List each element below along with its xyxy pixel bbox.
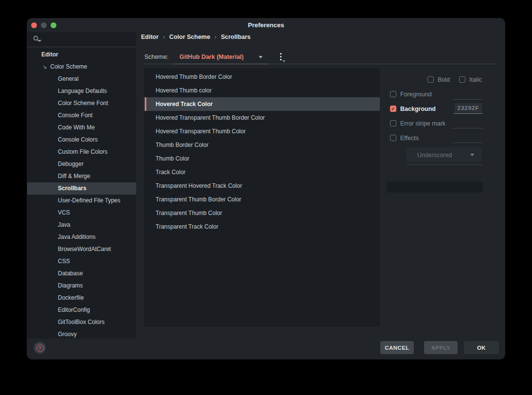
effect-select-underline bbox=[406, 164, 482, 165]
foreground-checkbox[interactable]: ✓ bbox=[390, 91, 396, 97]
apply-button[interactable]: APPLY bbox=[424, 341, 458, 354]
scheme-select[interactable]: GitHub Dark (Material) bbox=[174, 51, 268, 63]
sidebar-item-vcs[interactable]: VCS bbox=[27, 207, 136, 219]
breadcrumb: Editor › Color Scheme › Scrollbars bbox=[141, 33, 250, 41]
option-row-hovered-transparent-thumb-border-color[interactable]: Hovered Transparent Thumb Border Color bbox=[144, 111, 380, 125]
sidebar-item-diagrams[interactable]: Diagrams bbox=[27, 280, 136, 292]
sidebar-tree-children: GeneralLanguage DefaultsColor Scheme Fon… bbox=[27, 73, 136, 339]
sidebar-item-java[interactable]: Java bbox=[27, 219, 136, 231]
background-option: ✓ Background bbox=[390, 105, 436, 112]
sidebar-item-java-additions[interactable]: Java Additions bbox=[27, 231, 136, 243]
help-icon: ? bbox=[36, 344, 44, 352]
option-row-transparent-thumb-border-color[interactable]: Transparent Thumb Border Color bbox=[144, 193, 380, 206]
sidebar-item-color-scheme[interactable]: ↘Color Scheme bbox=[27, 61, 136, 73]
scheme-label: Scheme: bbox=[144, 51, 168, 63]
option-row-hovered-thumb-border-color[interactable]: Hovered Thumb Border Color bbox=[144, 70, 380, 84]
option-row-track-color[interactable]: Track Color bbox=[144, 165, 380, 179]
kebab-icon bbox=[280, 53, 282, 54]
option-row-thumb-color[interactable]: Thumb Color bbox=[144, 152, 380, 165]
sidebar-item-user-defined-file-types[interactable]: User-Defined File Types bbox=[27, 195, 136, 207]
bold-label: Bold bbox=[438, 76, 450, 83]
titlebar: Preferences bbox=[27, 18, 505, 32]
breadcrumb-separator-icon: › bbox=[163, 33, 165, 41]
sidebar-item-editor[interactable]: Editor bbox=[27, 49, 136, 61]
checkmark-icon: ✓ bbox=[391, 107, 395, 111]
sidebar-item-diff-merge[interactable]: Diff & Merge bbox=[27, 170, 136, 182]
sidebar-item-gittoolbox-colors[interactable]: GitToolBox Colors bbox=[27, 316, 136, 328]
error-stripe-option: ✓ Error stripe mark bbox=[390, 120, 445, 127]
foreground-label: Foreground bbox=[400, 91, 432, 98]
search-history-arrow-icon bbox=[38, 40, 41, 42]
scheme-select-underline bbox=[174, 64, 268, 64]
sidebar-item-custom-file-colors[interactable]: Custom File Colors bbox=[27, 146, 136, 158]
option-row-hovered-track-color[interactable]: Hovered Track Color bbox=[144, 97, 380, 111]
option-row-hovered-transparent-thumb-color[interactable]: Hovered Transparent Thumb Color bbox=[144, 125, 380, 138]
bold-checkbox[interactable]: ✓ bbox=[427, 76, 434, 83]
cancel-button[interactable]: CANCEL bbox=[380, 341, 414, 354]
sidebar-item-code-with-me[interactable]: Code With Me bbox=[27, 122, 136, 134]
help-button[interactable]: ? bbox=[34, 342, 46, 354]
settings-tree: Editor ↘Color Scheme GeneralLanguage Def… bbox=[27, 47, 136, 339]
breadcrumb-color-scheme[interactable]: Color Scheme bbox=[169, 33, 210, 41]
foreground-option: ✓ Foreground bbox=[390, 90, 432, 98]
sidebar-group-label: Color Scheme bbox=[50, 63, 87, 70]
settings-sidebar: Editor ↘Color Scheme GeneralLanguage Def… bbox=[27, 32, 136, 339]
option-row-transparent-hovered-track-color[interactable]: Transparent Hovered Track Color bbox=[144, 179, 380, 193]
settings-search[interactable] bbox=[27, 32, 136, 47]
effect-style-select[interactable]: Underscored bbox=[407, 147, 482, 162]
ok-button[interactable]: OK bbox=[464, 341, 499, 354]
effects-checkbox[interactable]: ✓ bbox=[390, 135, 396, 141]
sidebar-item-browsewordatcaret[interactable]: BrowseWordAtCaret bbox=[27, 243, 136, 255]
sidebar-item-general[interactable]: General bbox=[27, 73, 136, 85]
effects-label: Effects bbox=[400, 135, 419, 142]
background-color-input[interactable]: 23292F bbox=[455, 103, 482, 113]
sidebar-item-console-font[interactable]: Console Font bbox=[27, 109, 136, 122]
sidebar-item-console-colors[interactable]: Console Colors bbox=[27, 134, 136, 146]
italic-option: ✓ Italic bbox=[459, 76, 482, 83]
sidebar-item-language-defaults[interactable]: Language Defaults bbox=[27, 85, 136, 97]
foreground-color-field[interactable] bbox=[453, 99, 482, 100]
sidebar-item-database[interactable]: Database bbox=[27, 268, 136, 280]
color-preview-swatch bbox=[387, 181, 483, 193]
background-checkbox[interactable]: ✓ bbox=[390, 106, 396, 112]
sidebar-item-groovy[interactable]: Groovy bbox=[27, 328, 136, 339]
sidebar-item-debugger[interactable]: Debugger bbox=[27, 158, 136, 170]
effect-style-value: Underscored bbox=[417, 152, 452, 159]
sidebar-item-dockerfile[interactable]: Dockerfile bbox=[27, 292, 136, 304]
chevron-down-icon bbox=[259, 56, 263, 58]
preferences-window: Preferences Editor ↘Color Scheme General… bbox=[27, 18, 505, 359]
scheme-actions-button[interactable] bbox=[277, 52, 287, 63]
option-row-thumb-border-color[interactable]: Thumb Border Color bbox=[144, 138, 380, 152]
sidebar-item-color-scheme-font[interactable]: Color Scheme Font bbox=[27, 97, 136, 109]
italic-label: Italic bbox=[469, 76, 482, 83]
sidebar-item-editorconfig[interactable]: EditorConfig bbox=[27, 304, 136, 316]
effects-option: ✓ Effects bbox=[390, 134, 419, 142]
bold-option: ✓ Bold bbox=[427, 76, 450, 83]
option-row-hovered-thumb-color[interactable]: Hovered Thumb color bbox=[144, 84, 380, 97]
sidebar-item-css[interactable]: CSS bbox=[27, 255, 136, 268]
background-label: Background bbox=[400, 106, 436, 112]
error-stripe-color-field[interactable] bbox=[453, 127, 482, 128]
kebab-arrow-icon bbox=[283, 60, 285, 62]
breadcrumb-separator-icon: › bbox=[214, 33, 216, 41]
breadcrumb-scrollbars[interactable]: Scrollbars bbox=[221, 33, 250, 41]
sidebar-item-scrollbars[interactable]: Scrollbars bbox=[27, 182, 136, 195]
background-color-underline bbox=[454, 113, 483, 114]
error-stripe-label: Error stripe mark bbox=[400, 120, 445, 127]
error-stripe-checkbox[interactable]: ✓ bbox=[390, 120, 396, 126]
option-row-transparent-thumb-color[interactable]: Transparent Thumb Color bbox=[144, 206, 380, 220]
effects-color-field[interactable] bbox=[453, 142, 482, 143]
window-title: Preferences bbox=[27, 18, 505, 32]
option-row-transparent-track-color[interactable]: Transparent Track Color bbox=[144, 220, 380, 233]
italic-checkbox[interactable]: ✓ bbox=[459, 76, 465, 83]
scrollbar-options-list: Hovered Thumb Border ColorHovered Thumb … bbox=[144, 68, 380, 327]
chevron-down-icon bbox=[470, 154, 474, 156]
scheme-selected-value: GitHub Dark (Material) bbox=[179, 51, 244, 63]
breadcrumb-editor[interactable]: Editor bbox=[141, 33, 159, 41]
expanded-node-arrow-icon: ↘ bbox=[42, 61, 47, 73]
